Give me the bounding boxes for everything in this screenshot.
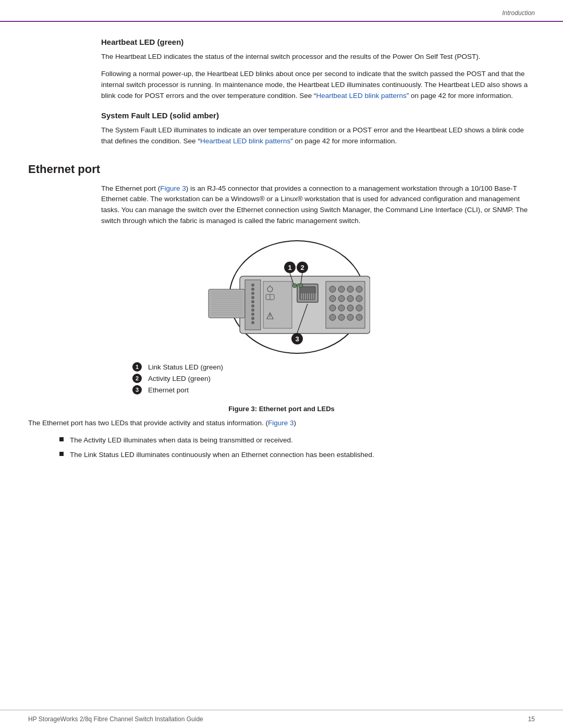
page-container: Introduction Heartbeat LED (green) The H…: [0, 0, 563, 728]
svg-rect-2: [209, 289, 245, 318]
footer-right: 15: [528, 715, 535, 723]
svg-point-55: [338, 305, 345, 311]
bullet-list: The Activity LED illuminates when data i…: [59, 435, 535, 461]
svg-point-47: [338, 286, 345, 292]
svg-point-57: [356, 305, 362, 311]
figure-caption: Figure 3: Ethernet port and LEDs: [228, 405, 335, 413]
page-footer: HP StorageWorks 2/8q Fibre Channel Switc…: [0, 710, 563, 728]
svg-point-48: [347, 286, 353, 292]
bullet-item-2: The Link Status LED illuminates continuo…: [59, 450, 535, 460]
legend-num-2: 2: [132, 374, 142, 383]
legend-text-2: Activity LED (green): [148, 375, 211, 382]
svg-text:3: 3: [295, 335, 299, 343]
bullet-text-1: The Activity LED illuminates when data i…: [70, 435, 293, 446]
system-fault-led-heading: System Fault LED (solid amber): [101, 111, 535, 120]
svg-point-18: [251, 292, 254, 295]
svg-point-19: [251, 296, 254, 299]
eth-para2: The Ethernet port has two LEDs that prov…: [28, 418, 535, 429]
eth-para2-before: The Ethernet port has two LEDs that prov…: [28, 419, 268, 427]
figure-container: 1 2 3 1: [28, 237, 535, 413]
svg-point-43: [292, 283, 297, 288]
system-fault-led-link[interactable]: Heartbeat LED blink patterns: [200, 137, 290, 145]
svg-point-24: [251, 317, 254, 320]
heartbeat-led-section: Heartbeat LED (green) The Heartbeat LED …: [28, 38, 535, 102]
heartbeat-led-para1: The Heartbeat LED indicates the status o…: [101, 52, 535, 63]
svg-point-44: [299, 283, 303, 288]
legend-text-3: Ethernet port: [148, 386, 189, 394]
svg-text:1: 1: [288, 264, 291, 272]
eth-figure3-link2[interactable]: Figure 3: [268, 419, 294, 427]
svg-point-20: [251, 300, 254, 303]
heartbeat-led-link[interactable]: Heartbeat LED blink patterns: [316, 92, 406, 100]
footer-left: HP StorageWorks 2/8q Fibre Channel Switc…: [28, 715, 203, 723]
svg-point-58: [329, 314, 336, 320]
heartbeat-led-heading: Heartbeat LED (green): [101, 38, 535, 46]
svg-point-53: [356, 295, 362, 302]
system-fault-para1-after: ” on page 42 for more information.: [290, 137, 397, 145]
system-fault-led-para1: The System Fault LED illuminates to indi…: [101, 125, 535, 147]
legend-list: 1 Link Status LED (green) 2 Activity LED…: [132, 362, 223, 397]
legend-num-1: 1: [132, 362, 142, 372]
eth-para1-before: The Ethernet port (: [101, 184, 160, 192]
svg-point-22: [251, 309, 254, 312]
bullet-icon-2: [59, 452, 64, 456]
svg-point-23: [251, 313, 254, 316]
svg-point-17: [251, 288, 254, 291]
bullet-icon-1: [59, 437, 64, 441]
svg-point-61: [356, 314, 362, 320]
bullet-item-1: The Activity LED illuminates when data i…: [59, 435, 535, 446]
svg-point-21: [251, 304, 254, 307]
bullet-text-2: The Link Status LED illuminates continuo…: [70, 450, 374, 460]
eth-figure3-link[interactable]: Figure 3: [160, 184, 186, 192]
main-content: Heartbeat LED (green) The Heartbeat LED …: [0, 22, 563, 710]
system-fault-led-section: System Fault LED (solid amber) The Syste…: [28, 111, 535, 147]
svg-point-52: [347, 295, 353, 302]
page-header: Introduction: [0, 0, 563, 22]
legend-item-3: 3 Ethernet port: [132, 385, 223, 394]
svg-point-50: [329, 295, 336, 302]
svg-point-49: [356, 286, 362, 292]
ethernet-port-section: Ethernet port The Ethernet port (Figure …: [28, 163, 535, 461]
svg-point-56: [347, 305, 353, 311]
eth-para2-after: ): [294, 419, 297, 427]
svg-point-60: [347, 314, 353, 320]
legend-text-1: Link Status LED (green): [148, 363, 223, 371]
svg-text:2: 2: [300, 264, 304, 272]
legend-item-1: 1 Link Status LED (green): [132, 362, 223, 372]
svg-point-54: [329, 305, 336, 311]
svg-point-59: [338, 314, 345, 320]
svg-point-51: [338, 295, 345, 302]
legend-num-3: 3: [132, 385, 142, 394]
svg-point-16: [251, 283, 254, 287]
ethernet-port-para1: The Ethernet port (Figure 3) is an RJ-45…: [101, 183, 535, 227]
legend-item-2: 2 Activity LED (green): [132, 374, 223, 383]
svg-point-46: [329, 286, 336, 292]
svg-point-25: [251, 321, 254, 324]
heartbeat-led-para2: Following a normal power-up, the Heartbe…: [101, 69, 535, 102]
figure-image: 1 2 3: [193, 237, 370, 357]
header-section-title: Introduction: [502, 9, 535, 17]
heartbeat-led-para2-after: ” on page 42 for more information.: [407, 92, 513, 100]
ethernet-port-heading: Ethernet port: [28, 163, 535, 176]
